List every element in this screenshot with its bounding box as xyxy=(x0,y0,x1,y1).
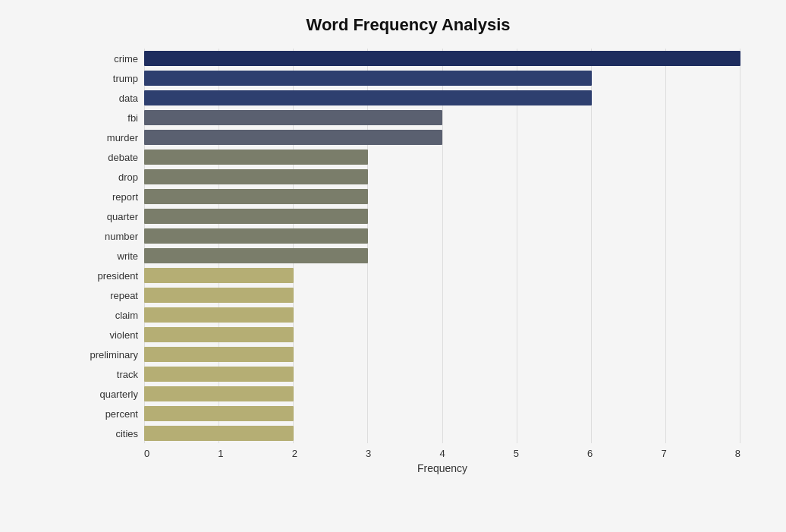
y-label: quarter xyxy=(107,212,138,222)
bar-row xyxy=(144,247,740,264)
y-label: debate xyxy=(108,153,138,162)
bar-row xyxy=(144,287,740,304)
y-label: data xyxy=(119,93,138,103)
bar-row xyxy=(144,326,740,343)
bar xyxy=(144,248,368,263)
y-axis-labels: crimetrumpdatafbimurderdebatedropreportq… xyxy=(76,49,144,443)
bar-row xyxy=(144,129,740,146)
y-label: write xyxy=(118,251,138,261)
chart-container: Word Frequency Analysis crimetrumpdatafb… xyxy=(0,0,786,532)
x-tick: 4 xyxy=(439,448,445,459)
bar-row xyxy=(144,228,740,244)
bar xyxy=(144,406,294,421)
bar xyxy=(144,268,294,283)
y-label: percent xyxy=(105,409,138,419)
bar-row xyxy=(144,366,740,382)
bar-row xyxy=(144,149,740,165)
bar-row xyxy=(144,386,740,402)
y-label: drop xyxy=(118,172,138,182)
y-label: quarterly xyxy=(99,389,138,399)
bar xyxy=(144,386,294,401)
bar xyxy=(144,110,442,125)
y-label: preliminary xyxy=(90,350,138,360)
bar-row xyxy=(144,90,740,106)
x-tick: 1 xyxy=(218,448,223,459)
bar xyxy=(144,209,368,224)
y-label: claim xyxy=(115,310,138,320)
y-label: report xyxy=(112,192,138,202)
bar xyxy=(144,426,294,441)
bar-row xyxy=(144,168,740,185)
y-label: track xyxy=(117,370,138,379)
y-label: violent xyxy=(109,330,138,340)
bar xyxy=(144,367,294,382)
y-label: murder xyxy=(107,133,138,143)
bar xyxy=(144,51,740,66)
bar-row xyxy=(144,346,740,363)
chart-title: Word Frequency Analysis xyxy=(76,15,740,35)
bar xyxy=(144,189,368,204)
bar xyxy=(144,307,294,323)
x-tick: 0 xyxy=(144,448,149,459)
bar xyxy=(144,130,442,145)
y-label: president xyxy=(98,271,138,281)
bar xyxy=(144,228,368,244)
bar xyxy=(144,90,592,105)
bar xyxy=(144,150,368,165)
bar-row xyxy=(144,70,740,87)
bar xyxy=(144,327,294,342)
x-axis-container: 012345678 Frequency xyxy=(144,443,740,474)
x-tick: 3 xyxy=(366,448,371,459)
bar-row xyxy=(144,109,740,126)
y-label: crime xyxy=(114,54,138,64)
bar-row xyxy=(144,405,740,422)
x-tick: 5 xyxy=(514,448,519,459)
bars-wrapper xyxy=(144,49,740,443)
y-label: fbi xyxy=(127,113,138,123)
bar xyxy=(144,71,592,86)
bar-row xyxy=(144,188,740,205)
y-label: repeat xyxy=(110,291,138,301)
bars-area xyxy=(144,49,740,443)
bar xyxy=(144,169,368,184)
x-tick: 2 xyxy=(292,448,297,459)
bar-row xyxy=(144,50,740,67)
bar xyxy=(144,288,294,303)
bar xyxy=(144,347,294,362)
bar-row xyxy=(144,307,740,323)
y-label: cities xyxy=(115,429,138,439)
x-tick: 6 xyxy=(587,448,593,459)
x-tick: 7 xyxy=(661,448,666,459)
y-label: number xyxy=(105,231,138,241)
bar-row xyxy=(144,208,740,225)
x-axis: 012345678 xyxy=(144,448,740,459)
x-tick: 8 xyxy=(735,448,740,459)
x-axis-label: Frequency xyxy=(144,462,740,474)
bar-row xyxy=(144,425,740,442)
bar-row xyxy=(144,267,740,284)
y-label: trump xyxy=(113,74,138,83)
